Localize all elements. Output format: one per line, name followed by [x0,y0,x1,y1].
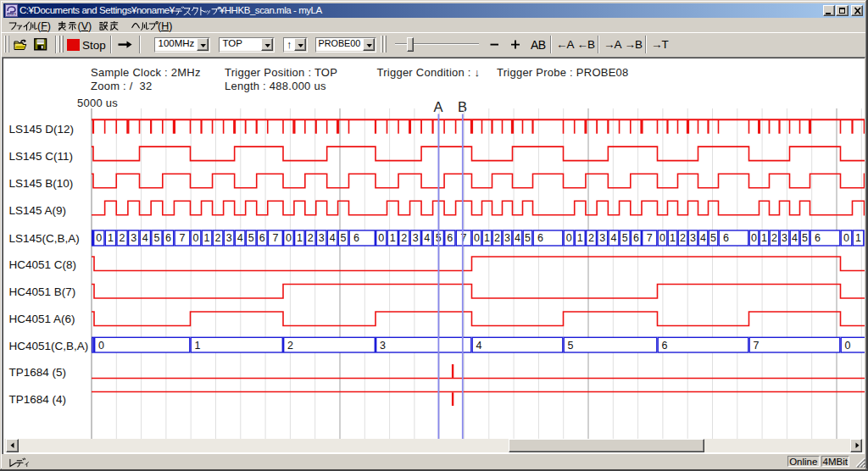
svg-text:4: 4 [610,232,616,244]
svg-text:0: 0 [192,232,198,244]
svg-text:2: 2 [494,232,500,244]
svg-text:myLA: myLA [8,13,15,16]
svg-text:TP1684 (5): TP1684 (5) [8,365,66,378]
svg-text:HC4051 B(7): HC4051 B(7) [8,285,75,298]
svg-text:4: 4 [329,232,335,244]
svg-text:0: 0 [751,232,757,244]
svg-text:0: 0 [285,232,291,244]
svg-text:3: 3 [412,232,418,244]
svg-text:3: 3 [599,232,605,244]
svg-text:4: 4 [236,232,242,244]
svg-text:2: 2 [119,232,125,244]
svg-text:HC4051(C,B,A): HC4051(C,B,A) [8,339,88,352]
svg-text:0: 0 [844,339,850,351]
svg-text:2: 2 [771,232,777,244]
svg-text:1: 1 [855,232,861,244]
svg-text:3: 3 [380,339,386,351]
svg-text:1: 1 [761,232,767,244]
svg-text:1: 1 [484,232,490,244]
svg-text:6: 6 [815,232,821,244]
svg-text:HC4051 C(8): HC4051 C(8) [8,258,76,271]
svg-text:2: 2 [287,339,293,351]
svg-text:7: 7 [272,232,278,244]
svg-text:4: 4 [792,232,798,244]
svg-text:LS145 D(12): LS145 D(12) [8,122,74,135]
svg-text:0: 0 [659,232,665,244]
svg-text:LS145(C,B,A): LS145(C,B,A) [8,231,79,244]
svg-text:4: 4 [700,232,706,244]
svg-text:6: 6 [259,232,264,244]
svg-text:0: 0 [474,232,480,244]
svg-text:5: 5 [621,232,627,244]
svg-text:1: 1 [670,232,676,244]
svg-text:4: 4 [515,232,520,244]
svg-text:1: 1 [107,232,113,244]
svg-text:1: 1 [389,232,395,244]
svg-text:7: 7 [179,232,185,244]
svg-text:2: 2 [588,232,594,244]
svg-text:0: 0 [843,232,849,244]
svg-text:LS145 B(10): LS145 B(10) [8,176,73,189]
svg-text:3: 3 [504,232,510,244]
svg-text:5: 5 [340,232,346,244]
svg-text:2: 2 [680,232,686,244]
svg-text:6: 6 [723,232,729,244]
svg-text:1: 1 [296,232,302,244]
svg-text:1: 1 [194,339,200,351]
svg-text:6: 6 [447,232,453,244]
svg-text:5: 5 [153,232,159,244]
svg-text:4: 4 [142,232,147,244]
svg-text:2: 2 [307,232,313,244]
svg-text:6: 6 [632,232,638,244]
svg-text:5: 5 [567,339,573,351]
svg-text:HC4051 A(6): HC4051 A(6) [8,313,75,325]
svg-text:LS145 C(11): LS145 C(11) [8,149,73,162]
svg-text:5: 5 [710,232,716,244]
svg-text:4: 4 [476,339,481,351]
svg-text:LS145 A(9): LS145 A(9) [8,203,66,216]
svg-text:6: 6 [353,232,359,244]
svg-text:7: 7 [753,339,759,351]
svg-text:0: 0 [378,232,384,244]
svg-text:0: 0 [98,339,104,351]
svg-text:4: 4 [424,232,430,244]
svg-text:3: 3 [318,232,324,244]
svg-text:6: 6 [537,232,543,244]
svg-text:TP1684 (4): TP1684 (4) [8,392,66,405]
svg-text:6: 6 [165,232,171,244]
svg-text:0: 0 [96,232,102,244]
svg-text:3: 3 [225,232,231,244]
svg-text:3: 3 [690,232,696,244]
svg-text:7: 7 [646,232,652,244]
svg-text:1: 1 [203,232,209,244]
svg-text:5: 5 [525,232,531,244]
svg-text:3: 3 [782,232,787,244]
svg-text:5: 5 [248,232,253,244]
svg-text:2: 2 [214,232,220,244]
svg-text:1: 1 [576,232,582,244]
svg-text:0: 0 [565,232,571,244]
svg-text:6: 6 [661,339,667,351]
svg-text:3: 3 [131,232,136,244]
svg-text:2: 2 [401,232,407,244]
svg-text:5: 5 [802,232,808,244]
svg-text:7: 7 [460,232,466,244]
